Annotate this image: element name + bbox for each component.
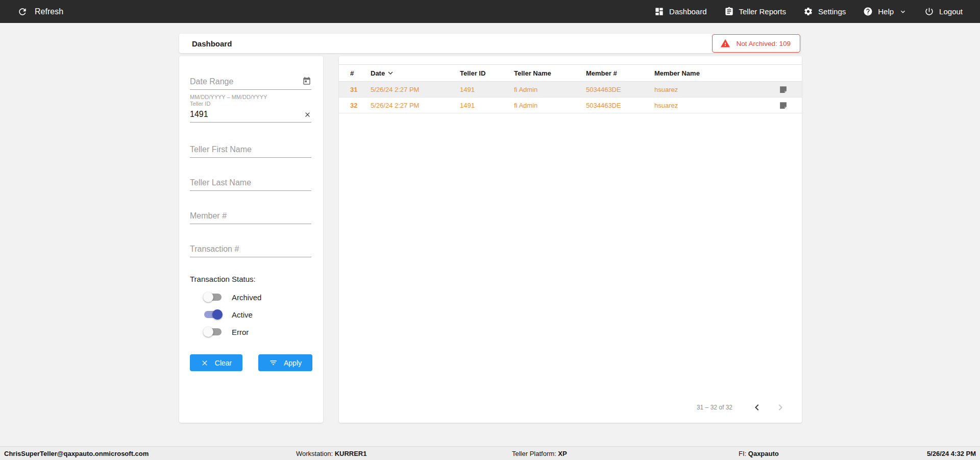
page-title: Dashboard bbox=[192, 39, 232, 48]
next-page-icon[interactable] bbox=[774, 401, 787, 414]
teller-last-name-field[interactable]: Teller Last Name bbox=[190, 174, 311, 191]
results-panel: # Date Teller ID Teller Name Member # Me… bbox=[339, 56, 802, 423]
footer-fi: FI: Qaxpauto bbox=[739, 450, 779, 457]
gear-icon bbox=[803, 7, 813, 16]
apply-button[interactable]: Apply bbox=[258, 354, 312, 371]
pagination-range-label: 31 – 32 of 32 bbox=[697, 404, 732, 411]
fi-label: FI: bbox=[739, 450, 746, 457]
warning-icon bbox=[720, 38, 731, 49]
nav-item-logout[interactable]: Logout bbox=[924, 7, 963, 16]
footer-platform: Teller Platform: XP bbox=[512, 450, 567, 457]
nav-item-label: Dashboard bbox=[669, 7, 706, 16]
nav-item-settings[interactable]: Settings bbox=[803, 7, 846, 16]
cell-member-number: 5034463DE bbox=[586, 102, 654, 109]
column-header-label: Member Name bbox=[654, 69, 700, 77]
power-icon bbox=[924, 7, 934, 16]
dashboard-icon bbox=[654, 7, 664, 16]
refresh-label: Refresh bbox=[35, 7, 63, 16]
column-header-label: Date bbox=[371, 69, 385, 77]
paginator: 31 – 32 of 32 bbox=[697, 401, 787, 414]
platform-label: Teller Platform: bbox=[512, 450, 556, 457]
column-header-member-name[interactable]: Member Name bbox=[654, 69, 761, 77]
teller-first-name-placeholder: Teller First Name bbox=[190, 145, 311, 154]
cell-teller-name: fi Admin bbox=[514, 102, 586, 109]
transaction-status-label: Transaction Status: bbox=[190, 275, 256, 283]
page-title-bar: Dashboard Not Archived: 109 bbox=[179, 34, 801, 53]
member-number-placeholder: Member # bbox=[190, 211, 311, 221]
nav-item-label: Settings bbox=[818, 7, 846, 16]
apply-button-label: Apply bbox=[284, 359, 302, 367]
sort-arrow-icon bbox=[386, 68, 395, 78]
nav-item-label: Teller Reports bbox=[739, 7, 787, 16]
workstation-value: KURRER1 bbox=[335, 450, 367, 457]
column-header-date[interactable]: Date bbox=[371, 68, 460, 78]
fi-value: Qaxpauto bbox=[748, 450, 779, 457]
nav-item-help[interactable]: Help bbox=[863, 7, 907, 16]
nav-item-label: Help bbox=[878, 7, 894, 16]
chevron-down-icon bbox=[899, 8, 907, 16]
status-footer: ChrisSuperTeller@qaxpauto.onmicrosoft.co… bbox=[0, 446, 980, 460]
filter-panel: Date Range MM/DD/YYYY – MM/DD/YYYY Telle… bbox=[179, 56, 323, 423]
toggle-knob bbox=[203, 327, 213, 337]
calendar-icon[interactable] bbox=[302, 77, 311, 86]
not-archived-badge[interactable]: Not Archived: 109 bbox=[712, 34, 800, 53]
clear-teller-id-icon[interactable] bbox=[304, 111, 311, 118]
column-header-teller-name[interactable]: Teller Name bbox=[514, 69, 586, 77]
toggle-archived[interactable]: Archived bbox=[204, 291, 261, 303]
column-header-teller-id[interactable]: Teller ID bbox=[460, 69, 514, 77]
previous-page-icon[interactable] bbox=[751, 401, 763, 414]
top-navbar: Refresh Dashboard Teller Reports Setting… bbox=[0, 0, 980, 23]
platform-value: XP bbox=[558, 450, 567, 457]
refresh-button[interactable]: Refresh bbox=[17, 7, 63, 17]
table-row[interactable]: 32 5/26/24 2:27 PM 1491 fi Admin 5034463… bbox=[339, 98, 802, 113]
cell-teller-id: 1491 bbox=[460, 86, 514, 93]
filter-icon bbox=[269, 358, 278, 367]
member-number-field[interactable]: Member # bbox=[190, 207, 311, 224]
transaction-number-field[interactable]: Transaction # bbox=[190, 240, 311, 257]
toggle-track bbox=[204, 311, 222, 318]
date-range-field[interactable]: Date Range bbox=[190, 72, 311, 90]
cell-num: 31 bbox=[350, 86, 371, 93]
cell-num: 32 bbox=[350, 102, 371, 109]
column-header-label: Teller ID bbox=[460, 69, 485, 77]
footer-datetime: 5/26/24 4:32 PM bbox=[927, 450, 976, 457]
clear-button[interactable]: Clear bbox=[190, 354, 242, 371]
teller-last-name-placeholder: Teller Last Name bbox=[190, 178, 311, 187]
toggle-knob bbox=[203, 292, 213, 302]
date-range-placeholder: Date Range bbox=[190, 77, 302, 86]
workstation-label: Workstation: bbox=[296, 450, 333, 457]
transaction-number-placeholder: Transaction # bbox=[190, 245, 311, 254]
note-icon[interactable] bbox=[761, 101, 788, 110]
toggle-active[interactable]: Active bbox=[204, 308, 253, 321]
cell-teller-name: fi Admin bbox=[514, 86, 586, 93]
column-header-label: # bbox=[350, 69, 354, 77]
column-header-member-number[interactable]: Member # bbox=[586, 69, 654, 77]
help-icon bbox=[863, 7, 873, 16]
footer-user: ChrisSuperTeller@qaxpauto.onmicrosoft.co… bbox=[4, 450, 149, 457]
note-icon[interactable] bbox=[761, 85, 788, 94]
nav-item-teller-reports[interactable]: Teller Reports bbox=[724, 7, 787, 16]
nav-item-dashboard[interactable]: Dashboard bbox=[654, 7, 706, 16]
toggle-label: Archived bbox=[232, 293, 261, 302]
cell-date: 5/26/24 2:27 PM bbox=[371, 86, 460, 93]
toggle-track bbox=[204, 294, 222, 301]
cell-member-name: hsuarez bbox=[654, 86, 761, 93]
column-header-num[interactable]: # bbox=[350, 69, 371, 77]
toggle-track bbox=[204, 328, 222, 335]
nav-menu: Dashboard Teller Reports Settings Help bbox=[654, 7, 963, 16]
teller-id-value: 1491 bbox=[190, 110, 304, 119]
table-header-row: # Date Teller ID Teller Name Member # Me… bbox=[339, 64, 802, 82]
table-row[interactable]: 31 5/26/24 2:27 PM 1491 fi Admin 5034463… bbox=[339, 82, 802, 98]
teller-id-field[interactable]: 1491 bbox=[190, 105, 311, 123]
toggle-error[interactable]: Error bbox=[204, 326, 249, 338]
date-range-hint: MM/DD/YYYY – MM/DD/YYYY bbox=[190, 94, 267, 100]
clear-button-label: Clear bbox=[215, 359, 232, 367]
close-icon bbox=[201, 359, 209, 367]
column-header-label: Member # bbox=[586, 69, 617, 77]
teller-first-name-field[interactable]: Teller First Name bbox=[190, 140, 311, 158]
cell-teller-id: 1491 bbox=[460, 102, 514, 109]
footer-workstation: Workstation: KURRER1 bbox=[296, 450, 366, 457]
refresh-icon bbox=[17, 7, 28, 17]
cell-member-name: hsuarez bbox=[654, 102, 761, 109]
column-header-label: Teller Name bbox=[514, 69, 551, 77]
